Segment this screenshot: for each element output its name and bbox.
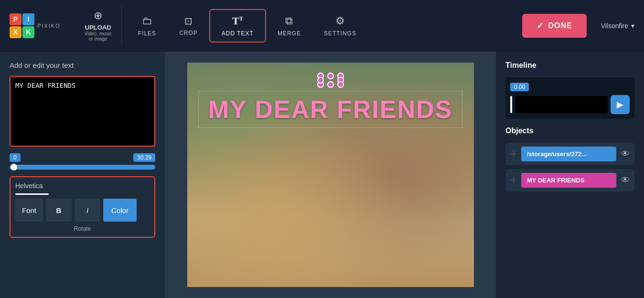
storage-label: /storage/users/272... <box>521 147 616 161</box>
timeline-box: 0.00 ▶ <box>505 77 634 119</box>
crop-label: CROP <box>179 30 198 36</box>
visibility-text-button[interactable]: 👁 <box>621 175 630 185</box>
visibility-storage-button[interactable]: 👁 <box>621 149 630 159</box>
right-panel: Timeline 0.00 ▶ Objects ✛ /storage/users… <box>496 52 644 298</box>
merge-icon: ⧉ <box>285 15 293 27</box>
drag-handle-text[interactable]: ✛ <box>510 176 516 185</box>
timeline-track[interactable]: ▶ <box>510 95 630 114</box>
handle-tm[interactable] <box>327 73 334 79</box>
timeline-thumb[interactable] <box>510 96 512 113</box>
text-object-label: MY DEAR FRIENDS <box>521 173 616 188</box>
panel-title: Add or edit your text <box>10 61 155 69</box>
font-name: Helvetica <box>15 182 150 190</box>
left-panel: Add or edit your text MY DEAR FRIENDS 0 … <box>0 52 165 298</box>
files-label: FILES <box>138 30 156 37</box>
done-label: DONE <box>548 21 572 30</box>
object-item-text: ✛ MY DEAR FRIENDS 👁 <box>505 169 634 192</box>
logo-k: K <box>22 26 34 38</box>
handle-br[interactable] <box>337 81 344 88</box>
slider-fill <box>10 165 155 170</box>
canvas-area: MY DEAR FRIENDS <box>165 52 496 298</box>
chevron-down-icon: ▾ <box>631 22 634 30</box>
files-icon: 🗀 <box>142 15 152 27</box>
slider-min-badge: 0 <box>10 153 21 162</box>
handle-ml[interactable] <box>317 77 324 84</box>
canvas-text: MY DEAR FRIENDS <box>198 91 463 128</box>
nav-tool-settings[interactable]: ⚙ SETTINGS <box>312 10 368 42</box>
timeline-time: 0.00 <box>510 83 529 91</box>
timeline-title: Timeline <box>505 61 634 70</box>
logo-p: P <box>10 13 21 25</box>
play-button[interactable]: ▶ <box>611 95 630 114</box>
add-text-label: ADD TEXT <box>222 30 254 37</box>
logo-x: X <box>10 26 21 38</box>
handle-bm[interactable] <box>327 81 334 88</box>
canvas-image[interactable]: MY DEAR FRIENDS <box>187 63 474 287</box>
font-buttons: Font B I Color <box>15 199 150 222</box>
objects-title: Objects <box>505 127 634 135</box>
upload-button[interactable]: ⊕ UPLOAD Video, music or image <box>75 6 122 45</box>
crop-icon: ⊡ <box>184 15 193 27</box>
done-button[interactable]: ✓ DONE <box>522 14 586 38</box>
slider-labels: 0 30.29 <box>10 153 155 162</box>
bold-button[interactable]: B <box>46 199 72 222</box>
nav-tool-merge[interactable]: ⧉ MERGE <box>266 10 312 42</box>
logo: P I X K PIXIKO <box>10 13 61 38</box>
objects-section: ✛ /storage/users/272... 👁 ✛ MY DEAR FRIE… <box>505 143 634 195</box>
slider-thumb <box>11 164 17 170</box>
settings-icon: ⚙ <box>335 15 345 27</box>
username: Vilsonfire <box>601 22 628 30</box>
text-area-wrapper: MY DEAR FRIENDS <box>10 76 155 147</box>
upload-label: UPLOAD <box>85 24 111 31</box>
font-underline <box>15 193 49 195</box>
timeline-bar <box>515 96 608 113</box>
settings-label: SETTINGS <box>324 30 356 37</box>
logo-text: PIXIKO <box>37 23 61 29</box>
italic-button[interactable]: I <box>75 199 100 222</box>
text-selection-box[interactable]: MY DEAR FRIENDS <box>321 76 341 85</box>
header: P I X K PIXIKO ⊕ UPLOAD Video, music or … <box>0 0 644 52</box>
plus-icon: ⊕ <box>94 10 102 22</box>
drag-handle-storage[interactable]: ✛ <box>510 149 516 159</box>
merge-label: MERGE <box>278 30 301 37</box>
nav-tool-files[interactable]: 🗀 FILES <box>127 10 168 42</box>
font-section: Helvetica Font B I Color Rotate <box>10 176 155 238</box>
user-menu[interactable]: Vilsonfire ▾ <box>601 22 634 30</box>
add-text-icon: TT <box>232 15 243 27</box>
logo-box: P I X K <box>10 13 34 38</box>
color-button[interactable]: Color <box>103 199 137 222</box>
nav-tool-crop[interactable]: ⊡ CROP <box>168 11 209 41</box>
check-icon: ✓ <box>537 21 544 31</box>
font-button[interactable]: Font <box>15 199 43 222</box>
slider-max-badge: 30.29 <box>133 153 155 162</box>
object-item-storage: ✛ /storage/users/272... 👁 <box>505 143 634 165</box>
upload-sublabel: Video, music or image <box>85 31 112 42</box>
slider-container: 0 30.29 <box>10 153 155 170</box>
text-input[interactable]: MY DEAR FRIENDS <box>11 77 154 144</box>
main: Add or edit your text MY DEAR FRIENDS 0 … <box>0 52 644 298</box>
nav-tools: 🗀 FILES ⊡ CROP TT ADD TEXT ⧉ MERGE ⚙ SET… <box>127 9 368 43</box>
rotate-label: Rotate <box>15 225 150 232</box>
slider-track[interactable] <box>10 165 155 170</box>
logo-i: I <box>22 13 34 25</box>
nav-tool-add-text[interactable]: TT ADD TEXT <box>209 9 266 43</box>
